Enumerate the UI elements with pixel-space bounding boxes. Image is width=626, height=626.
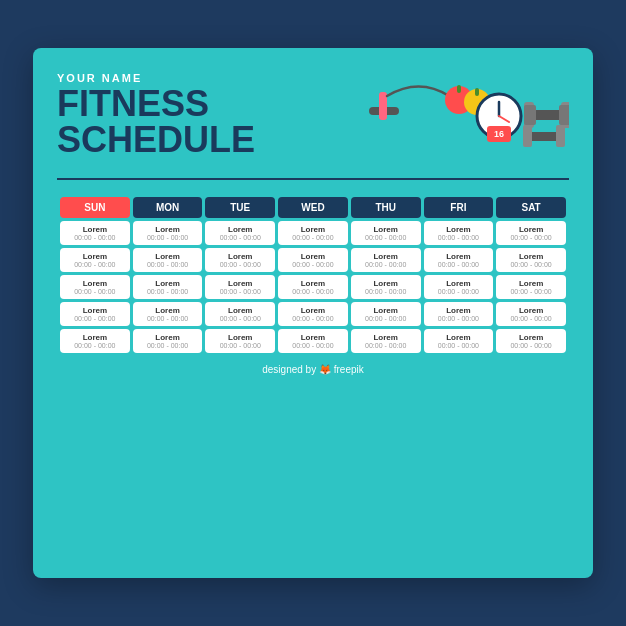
table-row: Lorem00:00 - 00:00Lorem00:00 - 00:00Lore… [60, 275, 566, 299]
divider [57, 178, 569, 180]
col-sat: SAT [496, 197, 566, 218]
table-cell: Lorem00:00 - 00:00 [60, 221, 130, 245]
svg-rect-16 [559, 105, 569, 125]
fitness-icons-svg: 16 [369, 72, 569, 162]
schedule-body: Lorem00:00 - 00:00Lorem00:00 - 00:00Lore… [60, 221, 566, 353]
table-cell: Lorem00:00 - 00:00 [60, 248, 130, 272]
svg-rect-18 [523, 125, 532, 147]
table-cell: Lorem00:00 - 00:00 [424, 329, 494, 353]
col-tue: TUE [205, 197, 275, 218]
table-cell: Lorem00:00 - 00:00 [496, 302, 566, 326]
col-fri: FRI [424, 197, 494, 218]
table-cell: Lorem00:00 - 00:00 [496, 329, 566, 353]
table-row: Lorem00:00 - 00:00Lorem00:00 - 00:00Lore… [60, 221, 566, 245]
table-row: Lorem00:00 - 00:00Lorem00:00 - 00:00Lore… [60, 302, 566, 326]
footer: designed by 🦊 freepik [57, 364, 569, 375]
col-sun: SUN [60, 197, 130, 218]
table-row: Lorem00:00 - 00:00Lorem00:00 - 00:00Lore… [60, 248, 566, 272]
table-cell: Lorem00:00 - 00:00 [205, 302, 275, 326]
table-cell: Lorem00:00 - 00:00 [205, 248, 275, 272]
col-thu: THU [351, 197, 421, 218]
table-cell: Lorem00:00 - 00:00 [351, 275, 421, 299]
table-cell: Lorem00:00 - 00:00 [351, 248, 421, 272]
table-cell: Lorem00:00 - 00:00 [133, 329, 203, 353]
decoration-icons: 16 [369, 72, 569, 162]
designed-by-text: designed by [262, 364, 316, 375]
table-row: Lorem00:00 - 00:00Lorem00:00 - 00:00Lore… [60, 329, 566, 353]
col-mon: MON [133, 197, 203, 218]
header-row: SUN MON TUE WED THU FRI SAT [60, 197, 566, 218]
table-cell: Lorem00:00 - 00:00 [278, 329, 348, 353]
table-cell: Lorem00:00 - 00:00 [424, 275, 494, 299]
fitness-schedule-card: YOUR NAME FITNESS SCHEDULE [33, 48, 593, 578]
table-cell: Lorem00:00 - 00:00 [205, 275, 275, 299]
table-cell: Lorem00:00 - 00:00 [133, 221, 203, 245]
table-cell: Lorem00:00 - 00:00 [278, 221, 348, 245]
table-cell: Lorem00:00 - 00:00 [424, 248, 494, 272]
table-cell: Lorem00:00 - 00:00 [60, 302, 130, 326]
table-cell: Lorem00:00 - 00:00 [205, 221, 275, 245]
table-cell: Lorem00:00 - 00:00 [424, 221, 494, 245]
table-cell: Lorem00:00 - 00:00 [351, 221, 421, 245]
table-cell: Lorem00:00 - 00:00 [133, 248, 203, 272]
table-cell: Lorem00:00 - 00:00 [496, 248, 566, 272]
col-wed: WED [278, 197, 348, 218]
table-cell: Lorem00:00 - 00:00 [424, 302, 494, 326]
table-cell: Lorem00:00 - 00:00 [496, 221, 566, 245]
brand-text: freepik [334, 364, 364, 375]
header: YOUR NAME FITNESS SCHEDULE [57, 72, 569, 162]
table-cell: Lorem00:00 - 00:00 [351, 302, 421, 326]
table-cell: Lorem00:00 - 00:00 [205, 329, 275, 353]
schedule-table: SUN MON TUE WED THU FRI SAT Lorem00:00 -… [57, 194, 569, 356]
svg-text:16: 16 [494, 129, 504, 139]
svg-rect-5 [475, 88, 479, 96]
svg-rect-3 [457, 85, 461, 93]
svg-rect-19 [556, 125, 565, 147]
title-block: YOUR NAME FITNESS SCHEDULE [57, 72, 255, 158]
table-cell: Lorem00:00 - 00:00 [133, 275, 203, 299]
table-cell: Lorem00:00 - 00:00 [278, 275, 348, 299]
table-cell: Lorem00:00 - 00:00 [60, 275, 130, 299]
table-cell: Lorem00:00 - 00:00 [278, 302, 348, 326]
table-cell: Lorem00:00 - 00:00 [496, 275, 566, 299]
fitness-label: FITNESS SCHEDULE [57, 86, 255, 158]
table-cell: Lorem00:00 - 00:00 [351, 329, 421, 353]
table-cell: Lorem00:00 - 00:00 [278, 248, 348, 272]
svg-rect-14 [524, 105, 536, 125]
table-cell: Lorem00:00 - 00:00 [133, 302, 203, 326]
table-cell: Lorem00:00 - 00:00 [60, 329, 130, 353]
